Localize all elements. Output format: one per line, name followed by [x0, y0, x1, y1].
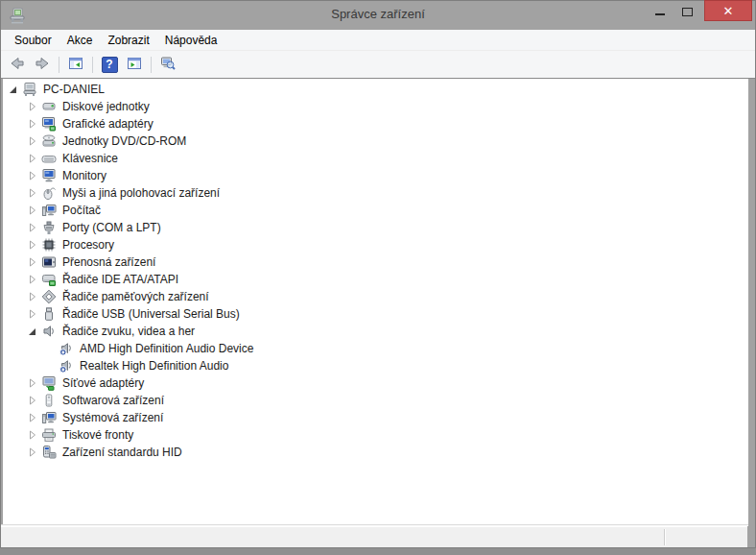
expand-arrow-icon[interactable]	[26, 134, 39, 148]
menu-soubor[interactable]: Soubor	[7, 31, 59, 50]
tree-item[interactable]: Řadiče IDE ATA/ATAPI	[3, 271, 748, 288]
back-arrow-icon	[10, 56, 25, 74]
scan-hardware-icon	[160, 56, 176, 74]
tree-item[interactable]: Řadiče paměťových zařízení	[3, 288, 748, 305]
tree-item[interactable]: Myši a jiná polohovací zařízení	[3, 184, 748, 202]
expand-arrow-icon[interactable]	[26, 238, 39, 252]
serial-port-icon	[41, 220, 57, 235]
minimize-icon	[655, 13, 665, 15]
tree-item-label: Grafické adaptéry	[60, 116, 155, 132]
menu-bar: Soubor Akce Zobrazit Nápověda	[1, 30, 755, 51]
back-button[interactable]	[6, 53, 29, 76]
expand-arrow-icon[interactable]	[26, 273, 39, 286]
tree-item[interactable]: Počítač	[3, 202, 748, 219]
tree-item-label: Řadiče IDE ATA/ATAPI	[60, 272, 180, 287]
expand-arrow-icon[interactable]	[26, 186, 39, 200]
show-console-tree-button[interactable]	[64, 53, 87, 76]
tree-item-label: Řadiče USB (Universal Serial Bus)	[60, 306, 242, 322]
tree-item-label: Myši a jiná polohovací zařízení	[60, 185, 222, 201]
expand-arrow-icon[interactable]	[26, 152, 39, 165]
processor-icon	[41, 237, 57, 253]
tree-item-label: Počítač	[60, 203, 103, 218]
expand-arrow-icon[interactable]	[26, 376, 39, 390]
network-adapter-icon	[41, 375, 57, 391]
expand-arrow-icon[interactable]	[26, 117, 39, 131]
computer-system-icon	[41, 203, 57, 218]
expand-arrow-icon[interactable]	[26, 428, 39, 442]
toolbar-separator	[92, 57, 93, 73]
close-button[interactable]: ✕	[704, 0, 752, 21]
tree-item-label: Diskové jednotky	[60, 99, 152, 114]
tree-item[interactable]: Síťové adaptéry	[3, 374, 748, 392]
collapse-arrow-icon[interactable]	[26, 325, 39, 338]
scan-hardware-changes-button[interactable]	[156, 53, 179, 76]
usb-controller-icon	[41, 306, 57, 322]
expand-arrow-icon[interactable]	[26, 204, 39, 217]
expand-arrow-icon[interactable]	[26, 221, 39, 234]
print-queue-icon	[41, 427, 57, 443]
expand-arrow-icon[interactable]	[26, 307, 39, 321]
tree-item[interactable]: Diskové jednotky	[3, 98, 748, 115]
window-bottom-border	[0, 547, 756, 555]
keyboard-icon	[41, 151, 57, 166]
expand-arrow-icon[interactable]	[26, 411, 39, 424]
expand-arrow-icon[interactable]	[26, 255, 39, 269]
tree-indent-spacer	[43, 359, 57, 373]
expand-arrow-icon[interactable]	[26, 446, 39, 459]
expand-arrow-icon[interactable]	[26, 290, 39, 303]
monitor-icon	[41, 168, 57, 183]
tree-item[interactable]: Grafické adaptéry	[3, 115, 748, 133]
tree-item-label: Monitory	[60, 168, 108, 183]
menu-napoveda[interactable]: Nápověda	[157, 31, 225, 50]
tree-item[interactable]: Tiskové fronty	[3, 426, 748, 444]
tree-item[interactable]: Porty (COM a LPT)	[3, 219, 748, 236]
expand-arrow-icon[interactable]	[26, 169, 39, 182]
expand-arrow-icon[interactable]	[26, 100, 39, 113]
display-adapter-icon	[41, 116, 57, 132]
window-title: Správce zařízení	[0, 7, 756, 21]
tree-item[interactable]: AMD High Definition Audio Device	[3, 340, 748, 357]
tree-item-label: Procesory	[60, 237, 116, 253]
show-action-pane-button[interactable]	[123, 53, 146, 76]
tree-item[interactable]: Řadiče USB (Universal Serial Bus)	[3, 305, 748, 323]
tree-item-label: Softwarová zařízení	[60, 393, 166, 408]
tree-item[interactable]: Systémová zařízení	[3, 409, 748, 426]
toolbar-separator	[59, 57, 59, 73]
device-manager-window: Správce zařízení ✕ Soubor Akce Zobrazit …	[0, 0, 756, 555]
forward-button[interactable]	[31, 53, 54, 76]
tree-item[interactable]: PC-DANIEL	[3, 81, 748, 98]
maximize-icon	[682, 8, 693, 16]
minimize-button[interactable]	[647, 0, 673, 21]
disk-drive-icon	[41, 99, 57, 114]
tree-item-label: AMD High Definition Audio Device	[78, 341, 255, 356]
tree-item[interactable]: Zařízení standardu HID	[3, 444, 748, 461]
portable-device-icon	[41, 254, 57, 270]
close-icon: ✕	[723, 5, 734, 17]
tree-item[interactable]: Monitory	[3, 167, 748, 184]
tree-item[interactable]: Klávesnice	[3, 150, 748, 167]
maximize-button[interactable]	[673, 0, 700, 21]
tree-item[interactable]: Realtek High Definition Audio	[3, 357, 748, 374]
tree-item-label: Řadiče paměťových zařízení	[60, 289, 211, 304]
computer-icon	[22, 82, 37, 97]
tree-item-label: Klávesnice	[60, 151, 120, 166]
audio-device-icon	[59, 341, 74, 356]
tree-item[interactable]: Softwarová zařízení	[3, 392, 748, 409]
status-bar	[1, 526, 747, 547]
device-tree: PC-DANIELDiskové jednotkyGrafické adapté…	[3, 79, 748, 524]
collapse-arrow-icon[interactable]	[7, 83, 20, 96]
window-controls: ✕	[647, 0, 756, 30]
help-button[interactable]: ?	[98, 53, 121, 76]
expand-arrow-icon[interactable]	[26, 394, 39, 407]
tree-item[interactable]: Procesory	[3, 236, 748, 253]
tree-item-label: Jednotky DVD/CD-ROM	[60, 133, 188, 149]
title-bar[interactable]: Správce zařízení ✕	[0, 0, 756, 30]
tree-item[interactable]: Řadiče zvuku, videa a her	[3, 323, 748, 340]
tree-item[interactable]: Jednotky DVD/CD-ROM	[3, 133, 748, 150]
tree-item[interactable]: Přenosná zařízení	[3, 253, 748, 271]
menu-akce[interactable]: Akce	[59, 31, 101, 50]
tree-item-label: Realtek High Definition Audio	[78, 358, 230, 374]
action-pane-icon	[127, 56, 142, 74]
menu-zobrazit[interactable]: Zobrazit	[100, 31, 156, 50]
mouse-icon	[41, 185, 57, 201]
